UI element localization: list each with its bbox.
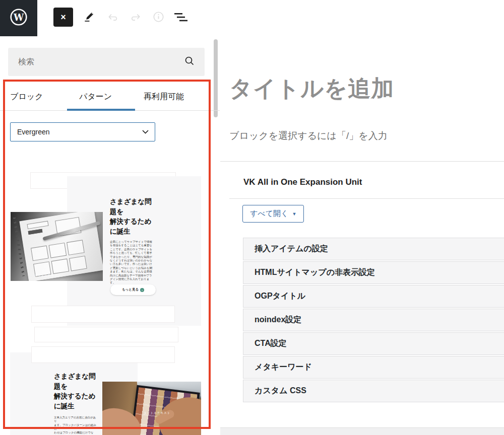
metabox-section-row[interactable]: 挿入アイテムの設定 xyxy=(243,238,504,260)
pattern1-heading: さまざまな問題を解決するために誕生 xyxy=(110,197,153,236)
details-button[interactable] xyxy=(150,10,166,26)
pattern2-heading: さまざまな問題を解決するために誕生 xyxy=(54,372,97,411)
post-title-placeholder[interactable]: タイトルを追加 xyxy=(229,74,394,104)
inserter-tabs: ブロック パターン 再利用可能 xyxy=(0,85,220,111)
top-toolbar: W × xyxy=(0,0,504,37)
canvas-divider xyxy=(220,161,504,162)
metabox-section-row[interactable]: OGPタイトル xyxy=(243,285,504,308)
pattern-skeleton-bar xyxy=(34,327,178,342)
pattern-skeleton-bar xyxy=(31,346,175,363)
pattern-skeleton-bar xyxy=(31,306,175,323)
tab-blocks[interactable]: ブロック xyxy=(10,92,43,102)
more-button-label: もっと見る xyxy=(122,287,139,292)
undo-button[interactable] xyxy=(105,10,120,26)
canvas-bottom-strip xyxy=(220,427,504,435)
metabox-divider xyxy=(229,198,504,199)
wordpress-logo-icon: W xyxy=(9,7,29,29)
caret-down-icon: ▼ xyxy=(292,211,296,216)
more-arrow-icon: › xyxy=(140,288,144,292)
metabox-title: VK All in One Expansion Unit xyxy=(243,177,362,187)
pattern2-body-text: 文章入力エリアの左右に余白があります。ブロックパターンはの組み合わせはブロックの… xyxy=(54,416,99,435)
pattern2-photo-tablet: タイトルテキスト xyxy=(102,382,201,435)
search-placeholder: 検索 xyxy=(18,57,183,67)
metabox-section-row[interactable]: CTA設定 xyxy=(243,332,504,355)
wordpress-logo[interactable]: W xyxy=(0,0,37,36)
metabox-section-row[interactable]: メタキーワード xyxy=(243,356,504,379)
open-all-label: すべて開く xyxy=(250,209,288,219)
pattern-search-input[interactable]: 検索 xyxy=(8,48,205,76)
pattern1-image-caption: タイトルテキスト xyxy=(34,273,61,278)
pattern2-image-caption: タイトルテキスト xyxy=(144,411,170,415)
pattern-category-select[interactable]: Evergreen xyxy=(10,122,155,141)
active-tab-underline xyxy=(67,109,135,111)
redo-button[interactable] xyxy=(128,10,143,26)
metabox-section-list: 挿入アイテムの設定HTMLサイトマップの非表示設定OGPタイトルnoindex設… xyxy=(243,238,504,403)
toggle-inserter-button[interactable]: × xyxy=(53,8,73,27)
svg-text:W: W xyxy=(13,12,24,23)
pattern1-body-text: 企業にとってウェブサイトで情報を発信をすることはとても重要なことです。企業のウェ… xyxy=(110,240,155,285)
pattern1-more-button: もっと見る › xyxy=(110,284,156,295)
metabox-section-row[interactable]: noindex設定 xyxy=(243,309,504,331)
edit-mode-pencil-button[interactable] xyxy=(81,10,97,26)
block-appender-hint[interactable]: ブロックを選択するには「/」を入力 xyxy=(229,129,388,142)
pattern1-photo-notebook: タイトルテキスト xyxy=(11,212,103,281)
metabox-section-row[interactable]: HTMLサイトマップの非表示設定 xyxy=(243,261,504,284)
metabox-section-row[interactable]: カスタム CSS xyxy=(243,380,504,402)
editor-canvas: タイトルを追加 ブロックを選択するには「/」を入力 VK All in One … xyxy=(220,36,504,435)
list-view-icon xyxy=(174,12,188,25)
tab-patterns[interactable]: パターン xyxy=(79,92,112,102)
list-view-button[interactable] xyxy=(173,12,188,25)
pencil-icon xyxy=(83,11,96,26)
info-icon xyxy=(152,10,165,26)
redo-icon xyxy=(129,11,142,26)
tab-reusable[interactable]: 再利用可能 xyxy=(144,92,184,102)
open-all-button[interactable]: すべて開く ▼ xyxy=(242,205,304,223)
search-icon xyxy=(183,55,196,69)
chevron-down-icon xyxy=(142,130,149,134)
undo-icon xyxy=(106,11,119,26)
block-inserter-sidebar: 検索 ブロック パターン 再利用可能 Evergreen xyxy=(0,36,221,435)
pattern-category-value: Evergreen xyxy=(17,128,142,136)
